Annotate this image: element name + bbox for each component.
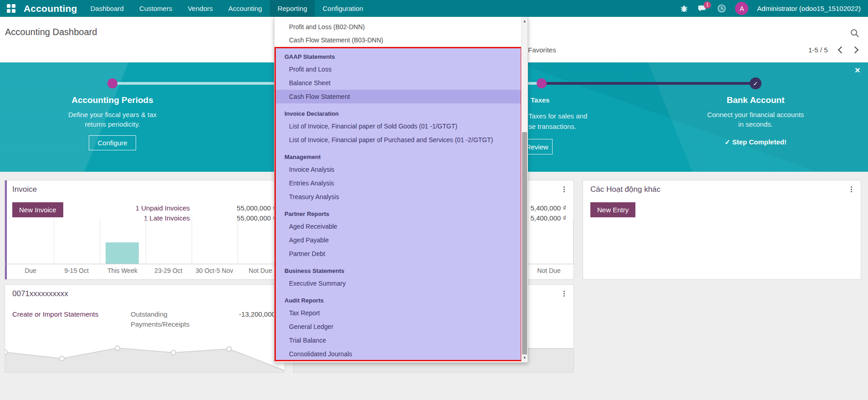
menu-item-treasury-analysis[interactable]: Treasury Analysis: [274, 190, 522, 204]
menu-section-header: Partner Reports: [274, 208, 522, 220]
debug-bug-icon[interactable]: [679, 4, 689, 14]
menu-item-list-invoice-sold-goods[interactable]: List of Invoice, Financial paper of Sold…: [274, 119, 522, 133]
scroll-down-icon[interactable]: ▼: [522, 356, 528, 360]
accounting-dashboard-app: Accounting Dashboard Customers Vendors A…: [0, 0, 868, 400]
user-menu[interactable]: Administrator (odoo15_15102022): [757, 5, 861, 12]
nav-item-customers[interactable]: Customers: [132, 0, 180, 17]
user-avatar[interactable]: A: [735, 2, 748, 15]
menu-item-balance-sheet[interactable]: Balance Sheet: [274, 76, 522, 90]
chart-label: Not Due: [526, 267, 572, 274]
navbar-right: 1 A Administrator (odoo15_15102022): [679, 2, 868, 15]
menu-item-tax-report[interactable]: Tax Report: [274, 306, 522, 320]
menu-item-general-ledger[interactable]: General Ledger: [274, 320, 522, 333]
search-icon[interactable]: [850, 29, 859, 40]
chart-label: 23-29 Oct: [146, 267, 191, 274]
messages-count-badge: 1: [704, 1, 711, 9]
dropdown-scrollbar[interactable]: ▲ ▼: [521, 17, 528, 362]
tutorial-highlight-zone: GAAP Statements Profit and Loss Balance …: [274, 47, 522, 361]
menu-section-header: Audit Reports: [274, 295, 522, 306]
menu-item-entries-analysis[interactable]: Entries Analysis: [274, 176, 522, 190]
card-kebab-menu-icon[interactable]: [561, 185, 567, 193]
apps-grid-icon[interactable]: [7, 4, 15, 13]
progress-line-done: [542, 82, 756, 85]
step-text-line: Define your fiscal years & tax: [40, 111, 185, 118]
step-text-line: Connect your financial accounts: [683, 111, 828, 118]
nav-item-dashboard[interactable]: Dashboard: [83, 0, 132, 17]
step-text-line: returns periodicity.: [40, 120, 185, 128]
nav-item-reporting[interactable]: Reporting: [270, 0, 315, 17]
menu-section-header: Management: [274, 151, 522, 163]
scroll-up-icon[interactable]: ▲: [522, 19, 528, 23]
bank-balance-sparkline: [5, 285, 284, 372]
step-accounting-periods: Accounting Periods Define your fiscal ye…: [40, 95, 185, 150]
step-title: Accounting Periods: [40, 95, 185, 105]
menu-item-aged-receivable[interactable]: Aged Receivable: [274, 220, 522, 233]
scrollbar-thumb[interactable]: [522, 132, 527, 354]
menu-item-profit-and-loss[interactable]: Profit and Loss: [274, 62, 522, 76]
chart-label: 30 Oct-5 Nov: [192, 267, 237, 274]
invoice-chart-bar[interactable]: [106, 242, 139, 264]
menu-section-header: Invoice Declaration: [274, 108, 522, 119]
chart-baseline: [5, 264, 284, 264]
chart-gridline: [54, 219, 54, 264]
late-invoices-amount: 55,000,000 ₫: [217, 214, 276, 222]
chart-gridline: [146, 219, 146, 264]
configure-button[interactable]: Configure: [89, 135, 136, 150]
unpaid-invoices-amount: 55,000,000 ₫: [217, 204, 276, 212]
new-entry-button[interactable]: New Entry: [590, 202, 635, 217]
favorites-filter[interactable]: Favorites: [528, 46, 556, 54]
reporting-dropdown-menu: Profit and Loss (B02-DNN) Cash Flow Stat…: [274, 17, 528, 363]
page-title: Accounting Dashboard: [5, 27, 97, 37]
late-invoices-link[interactable]: 1 Late Invoices: [131, 214, 190, 222]
card-kebab-menu-icon[interactable]: [561, 289, 567, 297]
pager-counter: 1-5 / 5: [808, 46, 828, 54]
nav-item-vendors[interactable]: Vendors: [180, 0, 220, 17]
step-bank-account: Bank Account Connect your financial acco…: [683, 95, 828, 146]
chart-gridline: [238, 219, 238, 264]
step-dot-bank-account-check: ✓: [750, 77, 761, 89]
activities-clock-icon[interactable]: [716, 4, 726, 14]
chart-label: Due: [8, 267, 53, 274]
menu-item-aged-payable[interactable]: Aged Payable: [274, 233, 522, 247]
chart-gridline: [100, 219, 100, 264]
menu-item-partner-debt[interactable]: Partner Debt: [274, 247, 522, 261]
bank-journal-card: 0071xxxxxxxxxx Create or Import Statemen…: [5, 284, 285, 373]
card-accent-stripe: [5, 180, 7, 279]
chart-gridline: [573, 219, 574, 264]
menu-item-cashflow-b03[interactable]: Cash Flow Statement (B03-DNN): [274, 34, 522, 47]
nav-menu: Dashboard Customers Vendors Accounting R…: [83, 0, 371, 17]
card-kebab-menu-icon[interactable]: [848, 185, 854, 193]
step-completed-label: ✓ Step Completed!: [683, 138, 828, 146]
nav-item-configuration[interactable]: Configuration: [315, 0, 371, 17]
chart-label: This Week: [100, 267, 145, 274]
pager-next-icon[interactable]: [852, 46, 859, 54]
invoice-journal-card: Invoice New Invoice 1 Unpaid Invoices 1 …: [5, 180, 285, 280]
menu-item-invoice-analysis[interactable]: Invoice Analysis: [274, 163, 522, 176]
step-text-fragment: Taxes for sales and: [528, 112, 587, 120]
menu-section-header: GAAP Statements: [274, 51, 522, 62]
menu-item-trial-balance[interactable]: Trial Balance: [274, 333, 522, 347]
menu-item-consolidated-journals[interactable]: Consolidated Journals: [274, 347, 522, 361]
card-title: Invoice: [12, 185, 37, 194]
menu-item-cash-flow-statement[interactable]: Cash Flow Statement: [274, 90, 522, 103]
step-title-taxes: Taxes: [531, 96, 549, 104]
app-brand[interactable]: Accounting: [24, 3, 77, 14]
step-text-line: in seconds.: [683, 120, 828, 128]
messages-icon[interactable]: 1: [698, 4, 708, 14]
pager-prev-icon[interactable]: [838, 46, 845, 54]
misc-operations-card: Các Hoạt động khác New Entry: [583, 180, 861, 280]
chart-label: 9-15 Oct: [54, 267, 99, 274]
banner-close-icon[interactable]: ×: [855, 65, 860, 76]
card-title: Các Hoạt động khác: [590, 185, 660, 194]
top-navbar: Accounting Dashboard Customers Vendors A…: [0, 0, 868, 17]
dropdown-content: Profit and Loss (B02-DNN) Cash Flow Stat…: [274, 17, 522, 47]
menu-item-executive-summary[interactable]: Executive Summary: [274, 277, 522, 290]
menu-item-profit-loss-b02[interactable]: Profit and Loss (B02-DNN): [274, 21, 522, 34]
step-dot-accounting-periods: [107, 78, 117, 88]
menu-item-list-invoice-purchased[interactable]: List of Invoice, Financial paper of Purc…: [274, 133, 522, 147]
nav-item-accounting[interactable]: Accounting: [220, 0, 269, 17]
step-text-fragment: se transactions.: [528, 123, 576, 130]
step-dot-taxes: [537, 78, 547, 88]
new-invoice-button[interactable]: New Invoice: [12, 202, 63, 217]
unpaid-invoices-link[interactable]: 1 Unpaid Invoices: [131, 204, 190, 212]
